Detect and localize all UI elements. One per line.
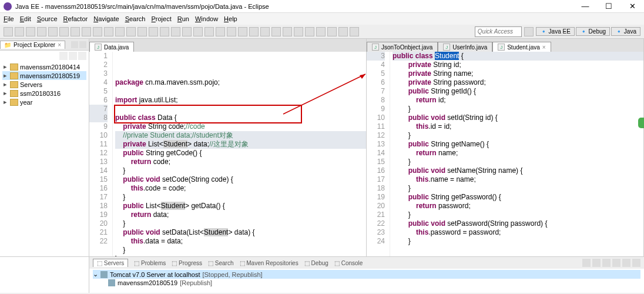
perspective-debug[interactable]: 🔹 Debug (576, 27, 610, 36)
menu-edit[interactable]: Edit (20, 15, 31, 22)
menu-navigate[interactable]: Navigate (93, 15, 119, 22)
toolbar-icon[interactable] (204, 27, 214, 36)
toolbar-icon[interactable] (249, 27, 259, 36)
menu-search[interactable]: Search (125, 15, 146, 22)
view-menu-icon[interactable] (78, 52, 86, 60)
code-line[interactable]: } (393, 131, 643, 140)
maximize-button[interactable]: ☐ (601, 2, 617, 11)
code-line[interactable]: public String getCode() { (115, 149, 366, 158)
tab-student-java[interactable]: JStudent.java× (492, 42, 551, 52)
menu-source[interactable]: Source (37, 15, 58, 22)
toolbar-icon[interactable] (71, 27, 80, 36)
toolbar-icon[interactable] (283, 27, 292, 36)
toolbar-icon[interactable] (37, 27, 46, 36)
project-item[interactable]: ▸mavenssm20180414 (2, 62, 86, 71)
tab-userinfo-java[interactable]: JUserInfo.java (438, 42, 492, 52)
code-line[interactable]: return password; (393, 202, 643, 211)
toolbar-icon[interactable] (316, 27, 326, 36)
close-icon[interactable]: × (542, 44, 546, 51)
twisty-icon[interactable]: ▸ (2, 98, 8, 106)
view-toolbar-icon[interactable] (632, 259, 640, 267)
toolbar-icon[interactable] (26, 27, 35, 36)
code-line[interactable]: public void setPassword(String password)… (393, 219, 643, 228)
code-line[interactable]: private String password; (393, 78, 643, 87)
toolbar-icon[interactable] (227, 27, 236, 36)
view-toolbar-icon[interactable] (582, 259, 591, 267)
toolbar-icon[interactable] (137, 27, 147, 36)
bottom-tab-console[interactable]: ⬚ Console (334, 260, 363, 266)
toolbar-icon[interactable] (350, 27, 359, 36)
twisty-icon[interactable]: ▸ (2, 89, 8, 97)
toolbar-icon[interactable] (271, 27, 281, 36)
code-line[interactable]: public String getPassword() { (393, 193, 643, 202)
toolbar-icon[interactable] (149, 27, 158, 36)
toolbar-icon[interactable] (327, 27, 337, 36)
code-line[interactable]: return code; (115, 158, 366, 166)
minimize-icon[interactable] (71, 41, 78, 48)
perspective-java[interactable]: 🔹 Java (611, 27, 640, 36)
view-toolbar-icon[interactable] (612, 259, 620, 267)
minimize-button[interactable]: — (577, 2, 593, 11)
code-line[interactable]: return id; (393, 96, 643, 105)
code-line[interactable]: import java.util.List; (115, 96, 366, 105)
toolbar-icon[interactable] (171, 27, 180, 36)
code-lines[interactable]: package cn.ma.maven.ssm.pojo; import jav… (113, 52, 366, 256)
menu-project[interactable]: Project (152, 15, 172, 22)
code-area-left[interactable]: 12345678910111213141516171819202122 pack… (89, 52, 366, 256)
code-line[interactable]: this.id = id; (393, 122, 643, 131)
server-module[interactable]: mavenssm20180519 [Republish] (93, 279, 640, 287)
server-item[interactable]: ⌄ Tomcat v7.0 Server at localhost [Stopp… (93, 270, 640, 279)
code-line[interactable]: return data; (115, 211, 366, 219)
collapse-all-icon[interactable] (69, 52, 77, 60)
toolbar-icon[interactable] (182, 27, 192, 36)
bottom-tab-search[interactable]: ⬚ Search (208, 260, 233, 266)
code-line[interactable]: } (393, 105, 643, 113)
code-line[interactable]: } (115, 219, 366, 228)
code-area-right[interactable]: 3456789101112131415161718192021222324 pu… (367, 52, 643, 256)
code-line[interactable]: } (393, 211, 643, 219)
code-line[interactable]: } (393, 184, 643, 193)
toolbar-icon[interactable] (48, 27, 58, 36)
code-line[interactable]: public void setName(String name) { (393, 166, 643, 175)
twisty-icon[interactable]: ▸ (2, 72, 8, 79)
project-explorer-tab[interactable]: 📁 Project Explorer × (0, 41, 65, 49)
tab-jsontoonbject-java[interactable]: JJsonToOnbject.java (367, 42, 438, 52)
code-line[interactable]: package cn.ma.maven.ssm.pojo; (115, 78, 366, 87)
toolbar-icon[interactable] (104, 27, 113, 36)
toolbar-icon[interactable] (4, 27, 13, 36)
code-line[interactable]: public void setData(List<Student> data) … (115, 228, 366, 237)
view-toolbar-icon[interactable] (592, 259, 601, 267)
code-line[interactable]: this.data = data; (115, 237, 366, 246)
code-line[interactable]: //private Student data;//student对象 (115, 131, 366, 140)
maximize-icon[interactable] (79, 41, 86, 48)
code-line[interactable]: this.name = name; (393, 175, 643, 184)
twisty-icon[interactable]: ▸ (2, 63, 8, 71)
toolbar-icon[interactable] (338, 27, 348, 36)
code-line[interactable]: public List<Student> getData() { (115, 202, 366, 211)
code-lines[interactable]: public class Student { private String id… (390, 52, 643, 256)
toolbar-icon[interactable] (260, 27, 270, 36)
project-item[interactable]: ▸year (2, 98, 86, 106)
code-line[interactable]: public void setId(String id) { (393, 113, 643, 122)
code-line[interactable]: } (393, 158, 643, 166)
code-line[interactable]: return name; (393, 149, 643, 158)
project-item[interactable]: ▸Servers (2, 80, 86, 89)
perspective-java-ee[interactable]: 🔹 Java EE (536, 27, 575, 36)
bottom-tab-progress[interactable]: ⬚ Progress (172, 260, 202, 266)
code-line[interactable]: public class Student { (393, 52, 643, 61)
project-item[interactable]: ▸ssm20180316 (2, 89, 86, 98)
code-line[interactable]: private String name; (393, 69, 643, 78)
code-line[interactable]: } (115, 255, 366, 256)
code-line[interactable]: private String id; (393, 61, 643, 69)
code-line[interactable]: public String getId() { (393, 87, 643, 96)
code-line[interactable]: } (115, 193, 366, 202)
code-line[interactable]: this.password = password; (393, 228, 643, 237)
code-line[interactable]: public String getName() { (393, 140, 643, 149)
quick-access-input[interactable] (475, 26, 522, 37)
project-item[interactable]: ▸mavenssm20180519 (2, 71, 86, 80)
open-perspective-icon[interactable] (524, 27, 534, 36)
toolbar-icon[interactable] (193, 27, 203, 36)
view-toolbar-icon[interactable] (622, 259, 630, 267)
bottom-tab-maven-repositories[interactable]: ⬚ Maven Repositories (240, 260, 298, 266)
code-line[interactable]: public void setCode(String code) { (115, 175, 366, 184)
